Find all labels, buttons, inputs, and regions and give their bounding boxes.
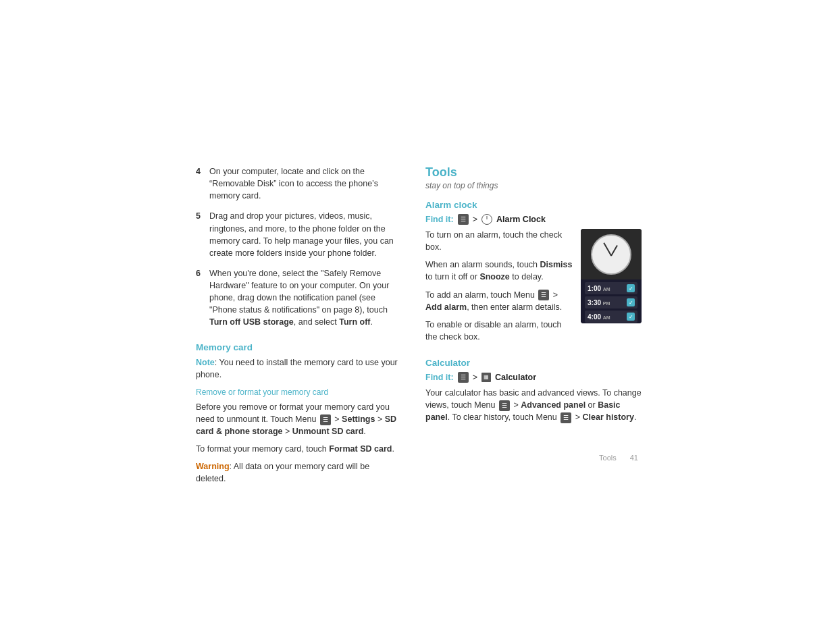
note-label: Note [196, 358, 215, 367]
menu-icon-add: ☰ [538, 290, 549, 300]
calculator-para: Your calculator has basic and advanced v… [425, 387, 642, 423]
alarm-clock-image: 1:00 AM ✓ 3:30 PM ✓ 4:00 AM [581, 229, 642, 323]
footer-page: 41 [630, 454, 638, 462]
alarm-find-name: Alarm Clock [496, 215, 546, 224]
alarm-list: 1:00 AM ✓ 3:30 PM ✓ 4:00 AM [581, 279, 642, 323]
tools-subtitle: stay on top of things [425, 181, 642, 190]
alarm-para-2: When an alarm sounds, touch Dismiss to t… [425, 259, 574, 283]
step-text-4: On your computer, locate and click on th… [209, 165, 398, 202]
calculator-find-label: Find it: [425, 373, 454, 382]
calculator-find-name: Calculator [495, 373, 536, 382]
step-number-4: 4 [196, 165, 204, 202]
menu-icon-1: ☰ [320, 414, 331, 425]
step-number-6: 6 [196, 267, 204, 329]
alarm-para-4: To enable or disable an alarm, touch the… [425, 319, 574, 343]
calculator-icon: ▦ [481, 373, 491, 382]
page-footer: Tools 41 [599, 454, 638, 462]
step-text-5: Drag and drop your pictures, videos, mus… [209, 210, 398, 259]
unmount-para: Before you remove or format your memory … [196, 401, 398, 437]
left-column: 4 On your computer, locate and click on … [196, 165, 398, 491]
warning-para: Warning: All data on your memory card wi… [196, 460, 398, 485]
tools-title: Tools [425, 165, 642, 180]
format-para: To format your memory card, touch Format… [196, 443, 398, 455]
right-column: Tools stay on top of things Alarm clock … [425, 165, 642, 491]
alarm-find-arrow: > [473, 215, 477, 224]
page-content: 4 On your computer, locate and click on … [196, 165, 642, 491]
clock-hand-min [603, 242, 611, 256]
alarm-find-it: Find it: ☰ > Alarm Clock [425, 214, 642, 225]
clock-face [581, 229, 642, 279]
step-6: 6 When you're done, select the "Safely R… [196, 267, 398, 329]
menu-icon-calc-adv: ☰ [499, 400, 510, 411]
menu-icon-calc-clear: ☰ [561, 412, 571, 423]
alarm-clock-heading: Alarm clock [425, 200, 642, 210]
calculator-find-arrow: > [473, 373, 477, 382]
alarm-clock-icon [481, 214, 492, 225]
step-number-5: 5 [196, 210, 204, 259]
alarm-time-2: 3:30 PM [588, 299, 610, 306]
clock-hand-hour [610, 244, 618, 256]
calculator-find-it: Find it: ☰ > ▦ Calculator [425, 372, 642, 383]
calculator-heading: Calculator [425, 358, 642, 368]
note-text: : You need to install the memory card to… [196, 358, 398, 379]
alarm-check-3: ✓ [627, 313, 635, 321]
alarm-check-2: ✓ [627, 298, 635, 306]
alarm-row-1: 1:00 AM ✓ [585, 282, 637, 294]
memory-card-heading: Memory card [196, 342, 398, 352]
warning-label: Warning [196, 462, 230, 471]
alarm-para-3: To add an alarm, touch Menu ☰ > Add alar… [425, 289, 574, 313]
alarm-check-1: ✓ [627, 284, 635, 292]
alarm-row-2: 3:30 PM ✓ [585, 296, 637, 308]
clock-circle [591, 234, 631, 275]
alarm-row-3: 4:00 AM ✓ [585, 311, 637, 323]
step-4: 4 On your computer, locate and click on … [196, 165, 398, 202]
alarm-time-3: 4:00 AM [588, 313, 610, 321]
remove-format-subheading: Remove or format your memory card [196, 387, 398, 397]
menu-icon-alarm: ☰ [458, 214, 469, 225]
step-5: 5 Drag and drop your pictures, videos, m… [196, 210, 398, 259]
menu-icon-calc: ☰ [458, 372, 469, 383]
alarm-section: To turn on an alarm, touch the check box… [425, 229, 642, 348]
alarm-para-1: To turn on an alarm, touch the check box… [425, 229, 574, 253]
alarm-text-block: To turn on an alarm, touch the check box… [425, 229, 574, 348]
step-list: 4 On your computer, locate and click on … [196, 165, 398, 329]
alarm-time-1: 1:00 AM [588, 285, 610, 292]
footer-section: Tools [599, 454, 617, 462]
step-text-6: When you're done, select the "Safely Rem… [209, 267, 398, 329]
memory-card-note: Note: You need to install the memory car… [196, 356, 398, 381]
alarm-find-label: Find it: [425, 215, 454, 224]
